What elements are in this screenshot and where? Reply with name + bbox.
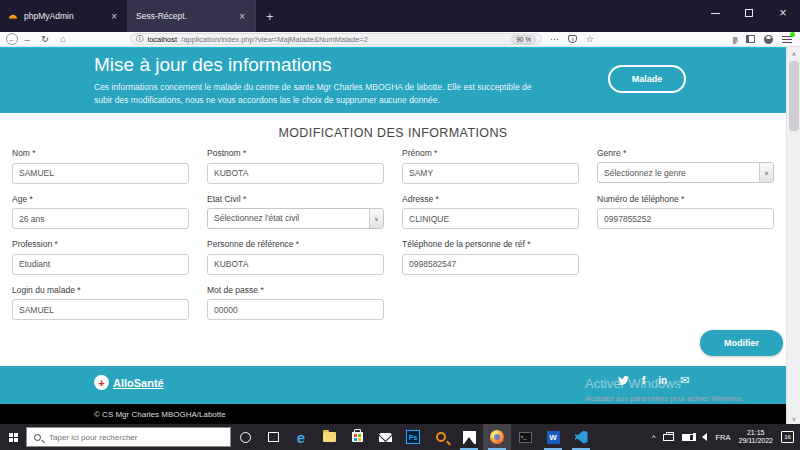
prenom-input[interactable] bbox=[402, 163, 579, 184]
pocket-icon[interactable]: ∨ bbox=[568, 35, 577, 43]
field-label: Adresse * bbox=[402, 194, 579, 204]
field-label: Numéro de téléphone * bbox=[597, 194, 774, 204]
store-button[interactable] bbox=[343, 424, 371, 450]
field-label: Age * bbox=[12, 194, 189, 204]
cortana-icon bbox=[240, 432, 251, 443]
file-explorer-button[interactable] bbox=[315, 424, 343, 450]
page-actions-icon[interactable]: ⋯ bbox=[550, 34, 559, 44]
taskbar-apps: e Ps >_ W bbox=[231, 424, 595, 450]
field-adresse: Adresse * bbox=[402, 194, 579, 230]
bookmark-star-icon[interactable]: ☆ bbox=[586, 34, 594, 44]
scrollbar-thumb[interactable] bbox=[789, 61, 799, 131]
url-bar[interactable]: ⓘ localhost/application/index.php?view=M… bbox=[130, 33, 542, 45]
account-icon[interactable] bbox=[764, 35, 773, 44]
vscode-button[interactable] bbox=[567, 424, 595, 450]
grid-spacer bbox=[402, 285, 579, 321]
mot-de-passe-input[interactable] bbox=[207, 299, 384, 320]
photos-icon bbox=[463, 431, 476, 444]
field-login: Login du malade * bbox=[12, 285, 189, 321]
tab-close-icon[interactable]: × bbox=[237, 11, 247, 22]
field-label: Profession * bbox=[12, 239, 189, 249]
telephone-reference-input[interactable] bbox=[402, 254, 579, 275]
new-tab-button[interactable]: + bbox=[256, 5, 284, 28]
word-button[interactable]: W bbox=[539, 424, 567, 450]
system-tray: ^ FRA 21:15 29/11/2022 16 bbox=[652, 429, 800, 446]
postnom-input[interactable] bbox=[207, 163, 384, 184]
task-view-button[interactable] bbox=[259, 424, 287, 450]
field-personne-reference: Personne de référence * bbox=[207, 239, 384, 275]
taskbar-search[interactable] bbox=[26, 427, 231, 447]
mail-button[interactable] bbox=[371, 424, 399, 450]
minimize-button[interactable] bbox=[698, 0, 732, 26]
cortana-button[interactable] bbox=[231, 424, 259, 450]
grid-spacer bbox=[597, 285, 774, 321]
window-controls: × bbox=[698, 0, 800, 26]
printer-icon[interactable] bbox=[663, 434, 674, 441]
edge-icon: e bbox=[297, 429, 305, 446]
magnifier-button[interactable] bbox=[427, 424, 455, 450]
tab-phpmyadmin[interactable]: phpMyAdmin × bbox=[0, 0, 128, 32]
scroll-down-icon[interactable]: ∨ bbox=[787, 412, 800, 424]
back-icon[interactable]: ← bbox=[6, 33, 18, 45]
allosante-logo[interactable]: + AlloSanté bbox=[94, 375, 164, 390]
personne-reference-input[interactable] bbox=[207, 254, 384, 275]
tab-sess-recept[interactable]: Sess-Récept. × bbox=[128, 0, 256, 32]
firefox-button[interactable] bbox=[483, 424, 511, 450]
close-button[interactable]: × bbox=[766, 0, 800, 26]
url-path: /application/index.php?view=MajMalade&Nu… bbox=[181, 35, 507, 44]
profession-input[interactable] bbox=[12, 254, 189, 275]
site-info-icon[interactable]: ⓘ bbox=[136, 34, 144, 44]
malade-button[interactable]: Malade bbox=[608, 65, 686, 93]
tray-expand-icon[interactable]: ^ bbox=[652, 433, 656, 442]
menu-icon[interactable] bbox=[782, 36, 792, 43]
notification-center-icon[interactable]: 16 bbox=[781, 431, 794, 443]
field-mot-de-passe: Mot de passe * bbox=[207, 285, 384, 321]
windows-taskbar: e Ps >_ W ^ FRA 21:15 29/11/2022 16 bbox=[0, 424, 800, 450]
field-telephone: Numéro de téléphone * bbox=[597, 194, 774, 230]
field-label: Genre * bbox=[597, 148, 774, 158]
adresse-input[interactable] bbox=[402, 208, 579, 229]
home-icon[interactable]: ⌂ bbox=[54, 34, 72, 44]
field-postnom: Postnom * bbox=[207, 148, 384, 184]
speaker-icon[interactable] bbox=[702, 433, 707, 441]
photoshop-icon: Ps bbox=[406, 430, 420, 444]
forward-icon[interactable]: → bbox=[18, 34, 36, 44]
chevron-down-icon: ∨ bbox=[759, 163, 773, 182]
modifier-button[interactable]: Modifier bbox=[700, 330, 783, 356]
language-indicator[interactable]: FRA bbox=[715, 433, 730, 442]
zoom-level-badge[interactable]: 90 % bbox=[511, 35, 536, 44]
field-genre: Genre * Sélectionnez le genre ∨ bbox=[597, 148, 774, 184]
sidebar-icon[interactable] bbox=[746, 35, 755, 43]
vscode-icon bbox=[575, 431, 588, 444]
mail-icon[interactable]: ✉ bbox=[680, 374, 689, 387]
hero-header: Mise à jour des informations Ces informa… bbox=[0, 47, 786, 113]
field-telephone-reference: Téléphone de la personne de réf * bbox=[402, 239, 579, 275]
desktop-screen: phpMyAdmin × Sess-Récept. × + × ← → ↻ ⌂ … bbox=[0, 0, 800, 450]
magnifier-icon bbox=[436, 432, 446, 442]
reload-icon[interactable]: ↻ bbox=[36, 34, 54, 44]
scroll-up-icon[interactable]: ∧ bbox=[787, 47, 800, 59]
library-icon[interactable]: |||\ bbox=[733, 35, 737, 44]
clock[interactable]: 21:15 29/11/2022 bbox=[738, 429, 773, 446]
age-input[interactable] bbox=[12, 208, 189, 229]
tab-close-icon[interactable]: × bbox=[109, 11, 119, 22]
field-label: Mot de passe * bbox=[207, 285, 384, 295]
photos-button[interactable] bbox=[455, 424, 483, 450]
maximize-button[interactable] bbox=[732, 0, 766, 26]
photoshop-button[interactable]: Ps bbox=[399, 424, 427, 450]
search-input[interactable] bbox=[47, 432, 207, 443]
nom-input[interactable] bbox=[12, 163, 189, 184]
telephone-input[interactable] bbox=[597, 208, 774, 229]
terminal-button[interactable]: >_ bbox=[511, 424, 539, 450]
toolbar-right-cluster: |||\ bbox=[733, 35, 800, 44]
field-etat-civil: Etat Civil * Sélectionnez l'état civil ∨ bbox=[207, 194, 384, 230]
etat-civil-select[interactable]: Sélectionnez l'état civil ∨ bbox=[207, 208, 384, 229]
start-button[interactable] bbox=[0, 424, 26, 450]
field-prenom: Prénom * bbox=[402, 148, 579, 184]
edge-button[interactable]: e bbox=[287, 424, 315, 450]
tab-title: phpMyAdmin bbox=[24, 11, 103, 21]
page-scrollbar[interactable]: ∧ ∨ bbox=[786, 47, 800, 424]
genre-select[interactable]: Sélectionnez le genre ∨ bbox=[597, 162, 774, 183]
terminal-icon: >_ bbox=[519, 432, 532, 443]
login-input[interactable] bbox=[12, 299, 189, 320]
